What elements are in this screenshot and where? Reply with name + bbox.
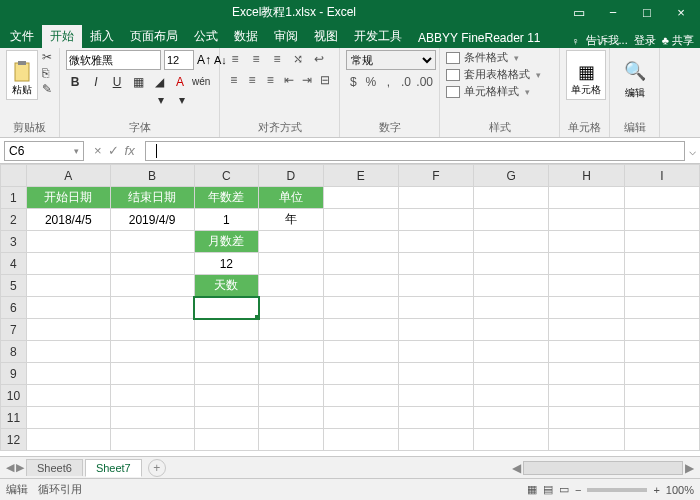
sheet-nav-next-icon[interactable]: ▶ bbox=[16, 461, 24, 474]
align-left-icon[interactable]: ≡ bbox=[226, 71, 241, 89]
cell[interactable] bbox=[549, 275, 624, 297]
row-header[interactable]: 7 bbox=[1, 319, 27, 341]
sheet-tab-active[interactable]: Sheet7 bbox=[85, 459, 142, 477]
cell[interactable] bbox=[549, 231, 624, 253]
currency-icon[interactable]: $ bbox=[346, 73, 361, 91]
cell[interactable] bbox=[474, 231, 549, 253]
cell[interactable] bbox=[398, 341, 473, 363]
cell[interactable] bbox=[259, 341, 324, 363]
cell[interactable] bbox=[624, 253, 699, 275]
tab-insert[interactable]: 插入 bbox=[82, 25, 122, 48]
row-header[interactable]: 11 bbox=[1, 407, 27, 429]
cell[interactable] bbox=[398, 407, 473, 429]
cell[interactable] bbox=[474, 297, 549, 319]
row-header[interactable]: 3 bbox=[1, 231, 27, 253]
add-sheet-icon[interactable]: + bbox=[148, 459, 166, 477]
sheet-nav-prev-icon[interactable]: ◀ bbox=[6, 461, 14, 474]
cell[interactable] bbox=[26, 297, 110, 319]
close-icon[interactable]: × bbox=[666, 3, 696, 21]
tellme[interactable]: 告诉我... bbox=[586, 33, 628, 48]
inc-dec-icon[interactable]: .0 bbox=[399, 73, 414, 91]
expand-fbar-icon[interactable]: ⌵ bbox=[689, 144, 696, 158]
cell[interactable]: 天数 bbox=[194, 275, 259, 297]
row-header[interactable]: 2 bbox=[1, 209, 27, 231]
cells-button[interactable]: ▦ 单元格 bbox=[566, 50, 606, 100]
view-layout-icon[interactable]: ▤ bbox=[543, 483, 553, 496]
cell[interactable] bbox=[398, 429, 473, 451]
cell[interactable]: 2018/4/5 bbox=[26, 209, 110, 231]
cell[interactable] bbox=[624, 231, 699, 253]
tab-review[interactable]: 审阅 bbox=[266, 25, 306, 48]
cell[interactable] bbox=[26, 385, 110, 407]
zoom-slider[interactable] bbox=[587, 488, 647, 492]
merge-icon[interactable]: ⊟ bbox=[318, 71, 333, 89]
cell[interactable] bbox=[549, 297, 624, 319]
cell[interactable] bbox=[323, 253, 398, 275]
cell[interactable] bbox=[398, 363, 473, 385]
cell[interactable] bbox=[549, 187, 624, 209]
cell[interactable] bbox=[110, 407, 194, 429]
cell[interactable] bbox=[259, 363, 324, 385]
cell[interactable] bbox=[110, 385, 194, 407]
cell[interactable] bbox=[110, 319, 194, 341]
cell[interactable] bbox=[26, 253, 110, 275]
cell[interactable] bbox=[110, 275, 194, 297]
col-header[interactable]: H bbox=[549, 165, 624, 187]
border-icon[interactable]: ▦ bbox=[129, 73, 147, 91]
cell[interactable] bbox=[624, 429, 699, 451]
cell[interactable] bbox=[474, 253, 549, 275]
cell[interactable] bbox=[194, 363, 259, 385]
cell[interactable] bbox=[26, 341, 110, 363]
cell[interactable] bbox=[624, 407, 699, 429]
align-center-icon[interactable]: ≡ bbox=[244, 71, 259, 89]
select-all-corner[interactable] bbox=[1, 165, 27, 187]
fill-color-icon[interactable]: ◢▾ bbox=[150, 73, 168, 91]
cell[interactable] bbox=[398, 385, 473, 407]
cell[interactable] bbox=[474, 385, 549, 407]
tab-dev[interactable]: 开发工具 bbox=[346, 25, 410, 48]
cell[interactable] bbox=[26, 407, 110, 429]
cell[interactable] bbox=[474, 429, 549, 451]
row-header[interactable]: 1 bbox=[1, 187, 27, 209]
zoom-out-icon[interactable]: − bbox=[575, 484, 581, 496]
tab-view[interactable]: 视图 bbox=[306, 25, 346, 48]
cell[interactable] bbox=[194, 407, 259, 429]
cut-icon[interactable]: ✂ bbox=[42, 50, 52, 64]
increase-font-icon[interactable]: A↑ bbox=[197, 53, 211, 67]
copy-icon[interactable]: ⎘ bbox=[42, 66, 52, 80]
row-header[interactable]: 10 bbox=[1, 385, 27, 407]
col-header[interactable]: C bbox=[194, 165, 259, 187]
cell[interactable] bbox=[549, 253, 624, 275]
dec-dec-icon[interactable]: .00 bbox=[416, 73, 433, 91]
cell[interactable] bbox=[549, 385, 624, 407]
align-right-icon[interactable]: ≡ bbox=[263, 71, 278, 89]
cell[interactable] bbox=[194, 385, 259, 407]
brush-icon[interactable]: ✎ bbox=[42, 82, 52, 96]
cell[interactable] bbox=[26, 319, 110, 341]
align-mid-icon[interactable]: ≡ bbox=[247, 50, 265, 68]
login[interactable]: 登录 bbox=[634, 33, 656, 48]
cell[interactable]: 12 bbox=[194, 253, 259, 275]
cell[interactable] bbox=[323, 363, 398, 385]
tab-layout[interactable]: 页面布局 bbox=[122, 25, 186, 48]
align-top-icon[interactable]: ≡ bbox=[226, 50, 244, 68]
cell[interactable] bbox=[26, 363, 110, 385]
cell[interactable] bbox=[110, 297, 194, 319]
cell[interactable] bbox=[323, 187, 398, 209]
cell[interactable] bbox=[323, 209, 398, 231]
cell[interactable]: 年数差 bbox=[194, 187, 259, 209]
percent-icon[interactable]: % bbox=[364, 73, 379, 91]
indent-inc-icon[interactable]: ⇥ bbox=[299, 71, 314, 89]
cell[interactable] bbox=[259, 429, 324, 451]
sheet-tab[interactable]: Sheet6 bbox=[26, 459, 83, 476]
view-normal-icon[interactable]: ▦ bbox=[527, 483, 537, 496]
cell[interactable] bbox=[259, 275, 324, 297]
cancel-icon[interactable]: × bbox=[94, 143, 102, 158]
zoom-level[interactable]: 100% bbox=[666, 484, 694, 496]
ribbon-opts-icon[interactable]: ▭ bbox=[564, 3, 594, 21]
row-header[interactable]: 5 bbox=[1, 275, 27, 297]
font-name-input[interactable] bbox=[66, 50, 161, 70]
bold-button[interactable]: B bbox=[66, 73, 84, 91]
cell[interactable] bbox=[624, 275, 699, 297]
hscroll-left-icon[interactable]: ◀ bbox=[512, 461, 521, 475]
